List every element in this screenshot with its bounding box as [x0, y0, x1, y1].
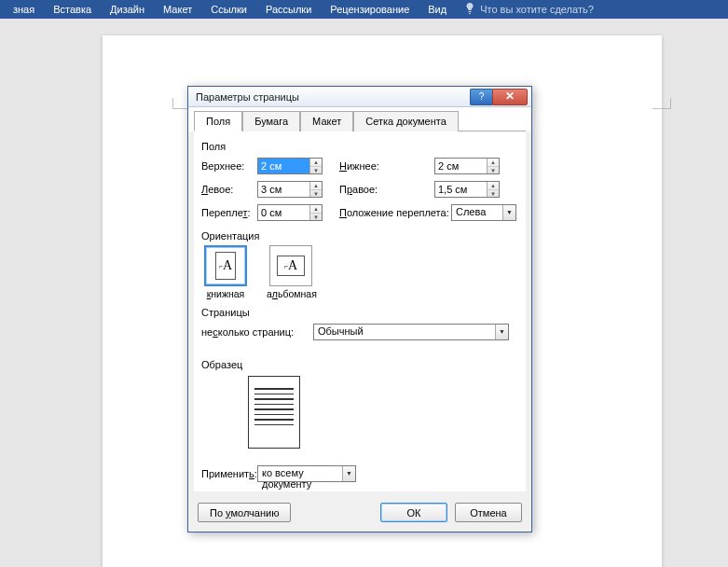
label-multipages: несколько страниц:	[201, 326, 313, 338]
ribbon-tab[interactable]: Макет	[154, 0, 201, 19]
page-setup-dialog: Параметры страницы ? ✕ Поля Бумага Макет…	[187, 86, 532, 532]
group-margins: Поля	[201, 141, 518, 152]
dialog-panel: Поля Верхнее: ▲▼ Нижнее: ▲▼ Левое:	[194, 131, 526, 491]
margin-right-input[interactable]	[435, 182, 487, 197]
tab-grid[interactable]: Сетка документа	[353, 111, 459, 131]
dialog-buttons: По умолчанию ОК Отмена	[188, 497, 531, 532]
ok-button[interactable]: ОК	[380, 503, 447, 522]
margin-left-spinner[interactable]: ▲▼	[257, 181, 323, 198]
tab-paper[interactable]: Бумага	[242, 111, 300, 131]
label-bottom: Нижнее:	[323, 160, 434, 172]
ribbon-tab[interactable]: Рассылки	[256, 0, 321, 19]
workspace: Параметры страницы ? ✕ Поля Бумага Макет…	[0, 19, 728, 567]
tell-me-text: Что вы хотите сделать?	[480, 4, 594, 15]
margin-bottom-spinner[interactable]: ▲▼	[434, 158, 500, 174]
margin-top-input[interactable]	[258, 159, 309, 173]
group-pages: Страницы	[201, 307, 518, 318]
orientation-landscape[interactable]: ⌐A альбомная	[267, 245, 315, 299]
portrait-label: книжная	[201, 288, 250, 299]
multipages-value: Обычный	[314, 325, 495, 339]
margin-right-spinner[interactable]: ▲▼	[434, 181, 500, 198]
ribbon-tab[interactable]: Дизайн	[101, 0, 154, 19]
ribbon-tab[interactable]: Рецензирование	[321, 0, 419, 19]
orientation-portrait[interactable]: ⌐A книжная	[201, 245, 250, 299]
group-orientation: Ориентация	[201, 230, 518, 242]
dialog-tabs: Поля Бумага Макет Сетка документа	[188, 107, 531, 131]
dialog-title: Параметры страницы	[196, 91, 470, 103]
cancel-button[interactable]: Отмена	[455, 503, 522, 522]
close-button[interactable]: ✕	[492, 89, 528, 105]
landscape-label: альбомная	[267, 288, 315, 299]
ruler-mark	[652, 98, 671, 109]
label-apply: Применить:	[201, 468, 257, 479]
portrait-icon: ⌐A	[204, 245, 247, 286]
label-top: Верхнее:	[201, 160, 257, 172]
label-gutter: Переплет:	[201, 207, 257, 218]
spinner-arrows[interactable]: ▲▼	[309, 159, 322, 173]
lightbulb-icon	[465, 3, 474, 16]
help-button[interactable]: ?	[470, 89, 492, 105]
dialog-titlebar[interactable]: Параметры страницы ? ✕	[188, 87, 531, 107]
chevron-down-icon[interactable]: ▼	[502, 205, 515, 220]
spinner-arrows[interactable]: ▲▼	[487, 182, 499, 197]
spinner-arrows[interactable]: ▲▼	[309, 182, 322, 197]
label-gutter-pos: Положение переплета:	[323, 207, 451, 218]
ribbon: зная Вставка Дизайн Макет Ссылки Рассылк…	[0, 0, 728, 19]
multipages-combo[interactable]: Обычный ▼	[313, 324, 509, 340]
gutter-input[interactable]	[258, 205, 309, 220]
ribbon-tab[interactable]: Вставка	[44, 0, 101, 19]
ribbon-tab[interactable]: Ссылки	[201, 0, 256, 19]
group-preview: Образец	[201, 359, 518, 370]
label-right: Правое:	[323, 184, 434, 195]
preview-thumbnail	[248, 376, 300, 449]
default-button[interactable]: По умолчанию	[198, 503, 291, 522]
landscape-icon: ⌐A	[269, 245, 312, 286]
gutter-position-combo[interactable]: Слева ▼	[451, 204, 516, 221]
gutter-position-value: Слева	[452, 205, 502, 220]
chevron-down-icon[interactable]: ▼	[342, 466, 355, 481]
ribbon-tab[interactable]: зная	[4, 0, 44, 19]
apply-to-value: ко всему документу	[258, 466, 342, 481]
gutter-spinner[interactable]: ▲▼	[257, 204, 323, 221]
tab-layout[interactable]: Макет	[300, 111, 353, 131]
margin-bottom-input[interactable]	[435, 159, 487, 173]
ribbon-tab[interactable]: Вид	[419, 0, 456, 19]
spinner-arrows[interactable]: ▲▼	[487, 159, 499, 173]
margin-top-spinner[interactable]: ▲▼	[257, 158, 323, 174]
tab-margins[interactable]: Поля	[194, 111, 242, 131]
spinner-arrows[interactable]: ▲▼	[309, 205, 322, 220]
margin-left-input[interactable]	[258, 182, 309, 197]
chevron-down-icon[interactable]: ▼	[495, 325, 508, 339]
tell-me-search[interactable]: Что вы хотите сделать?	[456, 3, 594, 16]
label-left: Левое:	[201, 184, 257, 195]
apply-to-combo[interactable]: ко всему документу ▼	[257, 465, 356, 482]
